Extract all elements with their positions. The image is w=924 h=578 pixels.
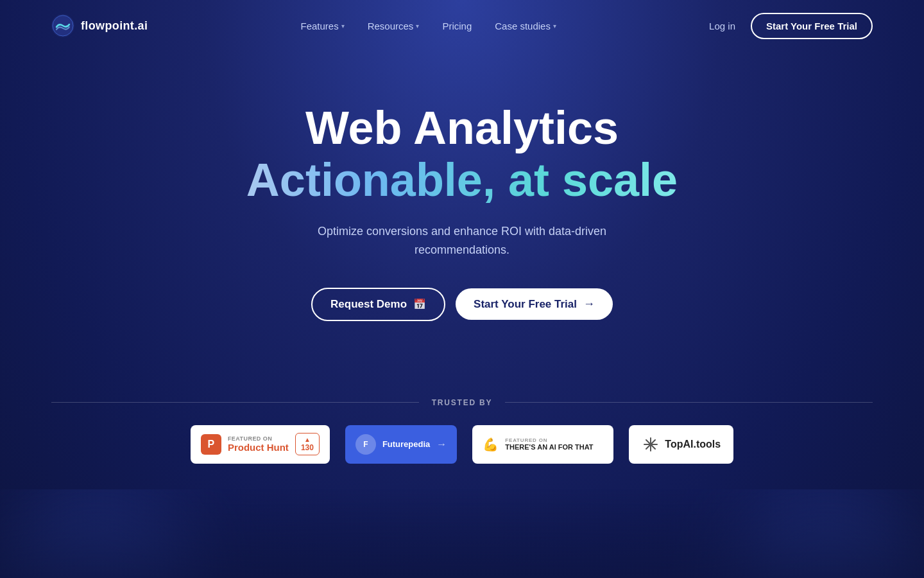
- logo-icon: [51, 14, 74, 37]
- hero-title-line1: Web Analytics: [246, 103, 678, 153]
- trusted-logos: P FEATURED ON Product Hunt ▲ 130 F Futur…: [51, 425, 873, 464]
- product-hunt-icon: P: [201, 434, 221, 455]
- features-chevron-icon: ▾: [341, 22, 345, 30]
- topai-icon: [642, 435, 660, 453]
- login-link[interactable]: Log in: [709, 21, 735, 31]
- trusted-section: TRUSTED BY P FEATURED ON Product Hunt ▲ …: [0, 398, 924, 464]
- nav-cta-button[interactable]: Start Your Free Trial: [751, 13, 873, 39]
- theres-an-ai-badge[interactable]: 💪 FEATURED ON THERE'S AN AI FOR THAT: [472, 425, 613, 464]
- nav-links: Features ▾ Resources ▾ Pricing Case stud…: [300, 21, 556, 31]
- nav-pricing[interactable]: Pricing: [442, 21, 472, 31]
- nav-right: Log in Start Your Free Trial: [709, 13, 873, 39]
- hero-title: Web Analytics Actionable, at scale: [246, 103, 678, 207]
- topai-label: TopAI.tools: [665, 439, 721, 450]
- futurepedia-label: Futurepedia: [382, 439, 430, 449]
- product-hunt-votes: ▲ 130: [295, 433, 320, 455]
- navbar: flowpoint.ai Features ▾ Resources ▾ Pric…: [0, 0, 924, 51]
- topai-badge[interactable]: TopAI.tools: [629, 425, 733, 464]
- muscle-icon: 💪: [483, 437, 499, 452]
- hero-section: Web Analytics Actionable, at scale Optim…: [0, 51, 924, 360]
- product-hunt-featured-label: FEATURED ON: [228, 435, 289, 442]
- hero-buttons: Request Demo 📅 Start Your Free Trial →: [311, 288, 613, 321]
- product-hunt-name: Product Hunt: [228, 442, 289, 453]
- svg-point-3: [649, 442, 653, 446]
- trial-button-label: Start Your Free Trial: [474, 298, 577, 311]
- case-studies-chevron-icon: ▾: [553, 22, 556, 30]
- bottom-fade: [0, 489, 924, 578]
- brand-name: flowpoint.ai: [81, 19, 148, 33]
- theres-an-ai-featured: FEATURED ON: [505, 437, 593, 443]
- divider-right: [505, 402, 873, 403]
- nav-case-studies[interactable]: Case studies ▾: [495, 21, 556, 31]
- trusted-divider: TRUSTED BY: [51, 398, 873, 407]
- theres-an-ai-name: THERE'S AN AI FOR THAT: [505, 443, 593, 451]
- divider-left: [51, 402, 419, 403]
- upvote-icon: ▲: [304, 436, 311, 443]
- demo-button-label: Request Demo: [330, 298, 407, 311]
- product-hunt-count: 130: [301, 443, 314, 452]
- futurepedia-icon: F: [355, 434, 376, 455]
- logo-link[interactable]: flowpoint.ai: [51, 14, 148, 37]
- bottom-decorative: [0, 489, 924, 578]
- hero-title-line2: Actionable, at scale: [246, 153, 678, 207]
- futurepedia-badge[interactable]: F Futurepedia →: [345, 425, 457, 464]
- futurepedia-arrow-icon: →: [436, 439, 447, 450]
- start-trial-button[interactable]: Start Your Free Trial →: [456, 288, 613, 320]
- calendar-icon: 📅: [413, 298, 426, 310]
- trusted-label: TRUSTED BY: [432, 398, 493, 407]
- hero-subtitle: Optimize conversions and enhance ROI wit…: [289, 222, 635, 259]
- request-demo-button[interactable]: Request Demo 📅: [311, 288, 445, 321]
- arrow-right-icon: →: [583, 297, 595, 311]
- nav-resources[interactable]: Resources ▾: [368, 21, 420, 31]
- resources-chevron-icon: ▾: [416, 22, 419, 30]
- nav-features[interactable]: Features ▾: [300, 21, 344, 31]
- product-hunt-badge[interactable]: P FEATURED ON Product Hunt ▲ 130: [191, 425, 330, 464]
- theres-an-ai-text: FEATURED ON THERE'S AN AI FOR THAT: [505, 437, 593, 451]
- product-hunt-text: FEATURED ON Product Hunt: [228, 435, 289, 453]
